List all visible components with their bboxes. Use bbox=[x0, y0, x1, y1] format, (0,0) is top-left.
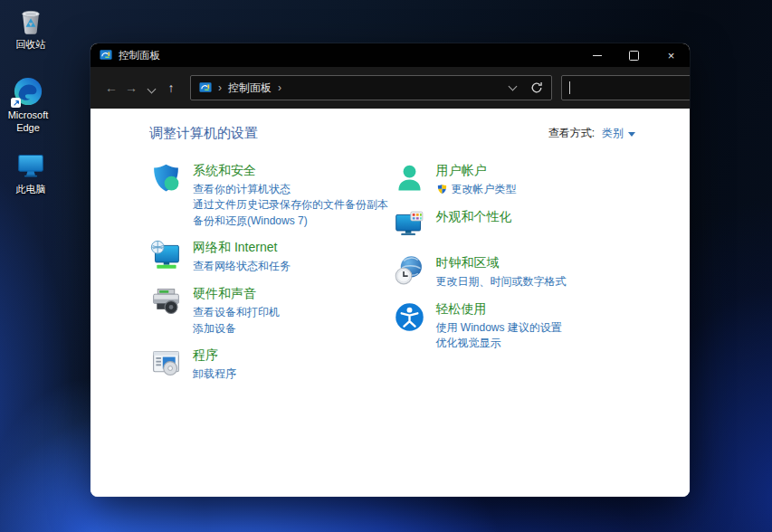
ease-icon[interactable] bbox=[393, 300, 426, 334]
category-sub-link[interactable]: 查看网络状态和任务 bbox=[193, 259, 291, 274]
category-item: 程序 卸载程序 bbox=[149, 347, 393, 383]
dropdown-arrow-icon bbox=[628, 132, 635, 140]
view-by-control: 查看方式: 类别 bbox=[548, 126, 635, 141]
category-item: 时钟和区域 更改日期、时间或数字格式 bbox=[393, 254, 636, 290]
category-columns: 系统和安全 查看你的计算机状态通过文件历史记录保存你的文件备份副本备份和还原(W… bbox=[149, 162, 635, 393]
back-button[interactable]: ← bbox=[101, 81, 121, 95]
category-sub-link[interactable]: 更改日期、时间或数字格式 bbox=[436, 274, 567, 290]
category-column-left: 系统和安全 查看你的计算机状态通过文件历史记录保存你的文件备份副本备份和还原(W… bbox=[149, 162, 393, 393]
control-panel-window: 控制面板 × ← → ↑ › 控制面板 › bbox=[91, 43, 690, 497]
view-by-dropdown[interactable]: 类别 bbox=[602, 126, 635, 141]
recycle-bin-icon bbox=[15, 5, 46, 36]
category-item: 网络和 Internet 查看网络状态和任务 bbox=[149, 239, 393, 275]
desktop-icon-label: Microsoft Edge bbox=[0, 109, 57, 135]
category-item: 用户帐户 更改帐户类型 bbox=[393, 162, 636, 198]
programs-icon[interactable] bbox=[149, 347, 183, 380]
address-dropdown-chevron-icon[interactable] bbox=[509, 82, 518, 91]
category-links: 查看网络状态和任务 bbox=[193, 259, 291, 274]
edge-icon bbox=[13, 76, 43, 107]
category-sub-link[interactable]: 添加设备 bbox=[193, 321, 280, 337]
navigation-bar: ← → ↑ › 控制面板 › bbox=[91, 67, 690, 109]
this-pc-icon bbox=[15, 150, 46, 181]
breadcrumb-control-panel[interactable]: 控制面板 bbox=[228, 81, 272, 96]
category-title-link[interactable]: 用户帐户 bbox=[436, 163, 517, 179]
uac-shield-icon bbox=[436, 184, 448, 195]
desktop-icon-label: 此电脑 bbox=[16, 184, 46, 196]
window-title: 控制面板 bbox=[119, 49, 578, 62]
address-bar[interactable]: › 控制面板 › bbox=[190, 75, 552, 100]
category-sub-link[interactable]: 查看设备和打印机 bbox=[193, 305, 280, 320]
clock-icon[interactable] bbox=[393, 254, 426, 288]
desktop-icon-recycle-bin[interactable]: 回收站 bbox=[2, 5, 60, 52]
category-title-link[interactable]: 系统和安全 bbox=[193, 163, 388, 179]
category-title-link[interactable]: 外观和个性化 bbox=[436, 209, 512, 225]
content-header: 调整计算机的设置 查看方式: 类别 bbox=[149, 125, 635, 142]
category-item: 系统和安全 查看你的计算机状态通过文件历史记录保存你的文件备份副本备份和还原(W… bbox=[149, 162, 393, 229]
category-sub-link[interactable]: 备份和还原(Windows 7) bbox=[193, 214, 388, 229]
control-panel-icon bbox=[100, 49, 112, 62]
maximize-button[interactable] bbox=[615, 43, 653, 67]
control-panel-icon bbox=[199, 81, 212, 94]
category-links: 使用 Windows 建议的设置优化视觉显示 bbox=[436, 320, 562, 352]
desktop-icon-this-pc[interactable]: 此电脑 bbox=[2, 150, 60, 196]
desktop-icon-label: 回收站 bbox=[16, 39, 46, 52]
category-links: 更改帐户类型 bbox=[436, 182, 517, 197]
category-title-link[interactable]: 程序 bbox=[193, 347, 236, 364]
category-sub-link[interactable]: 使用 Windows 建议的设置 bbox=[436, 320, 562, 336]
search-box bbox=[561, 75, 690, 100]
category-item: 硬件和声音 查看设备和打印机添加设备 bbox=[149, 285, 393, 337]
category-title-link[interactable]: 硬件和声音 bbox=[193, 286, 280, 302]
shortcut-arrow-icon bbox=[11, 98, 21, 108]
recent-pages-chevron-icon[interactable] bbox=[141, 81, 161, 95]
breadcrumb-separator-icon: › bbox=[278, 81, 281, 94]
view-by-label: 查看方式: bbox=[548, 126, 595, 141]
category-links: 卸载程序 bbox=[193, 366, 236, 382]
category-links: 查看设备和打印机添加设备 bbox=[193, 305, 280, 337]
printer-icon[interactable] bbox=[149, 285, 183, 318]
breadcrumb-separator-icon: › bbox=[218, 81, 222, 94]
category-sub-link[interactable]: 优化视觉显示 bbox=[436, 336, 562, 351]
minimize-button[interactable] bbox=[578, 43, 615, 67]
category-title-link[interactable]: 网络和 Internet bbox=[193, 240, 291, 256]
forward-button[interactable]: → bbox=[121, 81, 141, 95]
personalization-icon[interactable] bbox=[393, 208, 426, 242]
category-item: 外观和个性化 bbox=[393, 208, 636, 244]
category-sub-link[interactable]: 卸载程序 bbox=[193, 366, 236, 382]
category-links: 更改日期、时间或数字格式 bbox=[436, 274, 567, 290]
category-title-link[interactable]: 时钟和区域 bbox=[436, 255, 567, 271]
search-input[interactable] bbox=[569, 81, 690, 94]
titlebar: 控制面板 × bbox=[91, 43, 690, 67]
category-title-link[interactable]: 轻松使用 bbox=[436, 301, 562, 318]
category-links: 查看你的计算机状态通过文件历史记录保存你的文件备份副本备份和还原(Windows… bbox=[193, 182, 388, 229]
desktop-icon-microsoft-edge[interactable]: Microsoft Edge bbox=[0, 76, 57, 135]
content-area: 调整计算机的设置 查看方式: 类别 系统和安全 查看你的计算机状态通过文件历史记… bbox=[91, 109, 690, 497]
shield-icon[interactable] bbox=[149, 162, 183, 195]
category-sub-link[interactable]: 更改帐户类型 bbox=[436, 182, 517, 197]
up-button[interactable]: ↑ bbox=[161, 81, 181, 95]
category-sub-link[interactable]: 查看你的计算机状态 bbox=[193, 182, 388, 197]
network-icon[interactable] bbox=[149, 239, 183, 272]
close-button[interactable]: × bbox=[653, 43, 690, 67]
page-title: 调整计算机的设置 bbox=[149, 125, 258, 142]
category-sub-link[interactable]: 通过文件历史记录保存你的文件备份副本 bbox=[193, 197, 388, 213]
user-icon[interactable] bbox=[393, 162, 426, 195]
category-item: 轻松使用 使用 Windows 建议的设置优化视觉显示 bbox=[393, 300, 636, 352]
refresh-icon[interactable] bbox=[530, 81, 543, 94]
category-column-right: 用户帐户 更改帐户类型 外观和个性化 时钟和区域 更改日期、时间或数字格式 轻松… bbox=[393, 162, 636, 393]
